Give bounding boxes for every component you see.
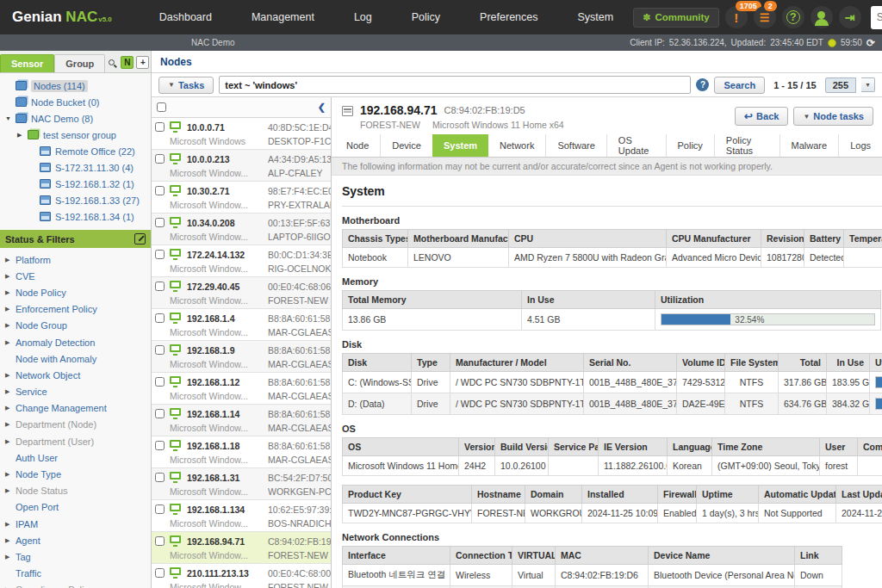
expand-arrow-icon[interactable]: ▶ <box>5 273 16 280</box>
node-checkbox[interactable] <box>155 313 165 323</box>
expand-arrow-icon[interactable]: ▶ <box>5 372 16 379</box>
filter-item[interactable]: Traffic <box>0 566 151 582</box>
node-checkbox[interactable] <box>155 122 165 132</box>
tree-item[interactable]: S-172.31.11.30 (4) <box>2 159 149 176</box>
app-logo[interactable]: Genian NACv5.0 <box>12 9 112 26</box>
node-checkbox[interactable] <box>155 441 165 450</box>
back-button[interactable]: ↩Back <box>735 107 788 126</box>
node-list-item[interactable]: 210.111.213.1300:E0:4C:68:00:4BMicrosoft… <box>152 564 331 588</box>
node-tasks-button[interactable]: ▼Node tasks <box>793 107 873 126</box>
expand-arrow-icon[interactable]: ▶ <box>5 306 16 313</box>
filter-item[interactable]: ▶CVE <box>0 268 151 284</box>
select-all-checkbox[interactable] <box>157 102 166 112</box>
tab-sensor[interactable]: Sensor <box>0 54 54 72</box>
tree-item[interactable]: Nodes (114) <box>2 77 149 94</box>
node-list-item[interactable]: 192.168.1.18B8:8A:60:61:58:E1Microsoft W… <box>152 436 331 468</box>
tree-item[interactable]: ▶test sensor group <box>2 127 149 143</box>
tab-device[interactable]: Device <box>380 134 432 157</box>
filter-item[interactable]: ▶Anomaly Detection <box>0 334 151 350</box>
add-icon[interactable]: + <box>136 56 149 69</box>
node-checkbox[interactable] <box>155 282 165 291</box>
filter-item[interactable]: ▶Service <box>0 384 151 400</box>
node-list-item[interactable]: 192.168.94.71C8:94:02:FB:19:D5Microsoft … <box>152 532 331 564</box>
node-checkbox[interactable] <box>155 504 165 514</box>
expand-arrow-icon[interactable]: ▶ <box>5 289 16 296</box>
filter-item[interactable]: Node with Anomaly <box>0 350 151 367</box>
filter-item[interactable]: ▶Department (Node) <box>0 417 151 433</box>
node-list-item[interactable]: 192.168.1.31BC:54:2F:D7:50:CDMicrosoft W… <box>152 468 331 500</box>
filter-item[interactable]: ▶Network Object <box>0 367 151 383</box>
expand-arrow-icon[interactable]: ▶ <box>5 388 16 395</box>
menu-policy[interactable]: Policy <box>392 0 460 34</box>
search-button[interactable]: Search <box>714 77 765 94</box>
filter-item[interactable]: ▶Node Group <box>0 318 151 334</box>
tree-item[interactable]: Remote Office (22) <box>2 143 149 159</box>
tree-item[interactable]: Node Bucket (0) <box>2 94 149 110</box>
filter-item[interactable]: Open Port <box>0 499 151 516</box>
expand-arrow-icon[interactable]: ▶ <box>5 438 16 445</box>
page-size-select[interactable]: 255 <box>825 77 856 93</box>
expand-arrow-icon[interactable]: ▶ <box>5 487 16 494</box>
expand-arrow-icon[interactable]: ▶ <box>5 521 16 528</box>
refresh-icon[interactable]: ⟳ <box>866 39 875 47</box>
tab-software[interactable]: Software <box>545 134 606 157</box>
expand-arrow-icon[interactable]: ▶ <box>5 257 16 263</box>
menu-log[interactable]: Log <box>334 0 392 34</box>
node-list-item[interactable]: 10.0.0.7140:8D:5C:1E:D4:84Microsoft Wind… <box>152 118 331 150</box>
expander-icon[interactable]: ▼ <box>5 115 16 121</box>
tab-policy-status[interactable]: Policy Status <box>714 134 780 157</box>
menu-dashboard[interactable]: Dashboard <box>140 0 232 34</box>
filters-edit-icon[interactable] <box>134 233 146 244</box>
logout-button[interactable]: ⇥ <box>839 6 861 28</box>
filter-item[interactable]: ▶Agent <box>0 532 151 548</box>
filter-item[interactable]: ▶Compliance Policy <box>0 582 151 588</box>
expand-arrow-icon[interactable]: ▶ <box>5 471 16 478</box>
node-list-item[interactable]: 172.24.14.132B0:0C:D1:34:3E:97Microsoft … <box>152 245 331 277</box>
tasks-dropdown-button[interactable]: ▼Tasks <box>158 77 214 94</box>
filter-item[interactable]: ▶Tag <box>0 548 151 565</box>
menu-system[interactable]: System <box>558 0 634 34</box>
node-checkbox[interactable] <box>155 218 165 227</box>
node-list-item[interactable]: 10.0.0.213A4:34:D9:A5:13:56Microsoft Win… <box>152 150 331 182</box>
node-checkbox[interactable] <box>155 409 165 418</box>
filter-item[interactable]: ▶Change Management <box>0 400 151 417</box>
tree-search-icon[interactable] <box>105 56 118 69</box>
node-list-item[interactable]: 10.30.2.7198:E7:F4:EC:E0:97Microsoft Win… <box>152 182 331 214</box>
node-checkbox[interactable] <box>155 186 165 195</box>
alerts-button[interactable]: ! 1705 <box>725 6 748 28</box>
menu-management[interactable]: Management <box>232 0 334 34</box>
collapse-panel-icon[interactable]: ❮ <box>318 102 326 113</box>
node-checkbox[interactable] <box>155 536 165 546</box>
node-checkbox[interactable] <box>155 154 165 164</box>
tab-network[interactable]: Network <box>488 134 545 157</box>
node-list-item[interactable]: 192.168.1.4B8:8A:60:61:58:E1Microsoft Wi… <box>152 309 331 341</box>
node-checkbox[interactable] <box>155 568 165 578</box>
tab-node[interactable]: Node <box>335 134 380 157</box>
user-button[interactable] <box>811 6 833 28</box>
node-checkbox[interactable] <box>155 250 165 259</box>
node-list-item[interactable]: 192.168.1.12B8:8A:60:61:58:E1Microsoft W… <box>152 373 331 405</box>
menu-preferences[interactable]: Preferences <box>460 0 557 34</box>
node-checkbox[interactable] <box>155 473 165 482</box>
node-list-item[interactable]: 192.168.1.9B8:8A:60:61:58:E1Microsoft Wi… <box>152 341 331 373</box>
expand-arrow-icon[interactable]: ▶ <box>5 421 16 428</box>
node-list-item[interactable]: 192.168.1.14B8:8A:60:61:58:E1Microsoft W… <box>152 405 331 436</box>
tree-item[interactable]: ▼NAC Demo (8) <box>2 110 149 127</box>
expand-arrow-icon[interactable]: ▶ <box>5 554 16 560</box>
tab-group[interactable]: Group <box>54 54 105 72</box>
tab-policy[interactable]: Policy <box>666 134 714 157</box>
tab-os-update[interactable]: OS Update <box>606 134 666 157</box>
expand-arrow-icon[interactable]: ▶ <box>5 405 16 412</box>
new-node-icon[interactable]: N <box>121 56 134 69</box>
filter-item[interactable]: ▶Node Policy <box>0 284 151 300</box>
filter-item[interactable]: ▶Node Status <box>0 483 151 499</box>
page-size-arrow-icon[interactable]: ▼ <box>861 77 875 92</box>
expand-arrow-icon[interactable]: ▶ <box>5 322 16 329</box>
filter-item[interactable]: ▶Enforcement Policy <box>0 301 151 318</box>
query-help-icon[interactable]: ? <box>696 78 709 91</box>
tab-malware[interactable]: Malware <box>780 134 839 157</box>
node-checkbox[interactable] <box>155 345 165 355</box>
node-query-input[interactable] <box>219 76 691 94</box>
expander-icon[interactable]: ▶ <box>17 132 28 139</box>
tree-item[interactable]: S-192.168.1.34 (1) <box>2 208 149 225</box>
